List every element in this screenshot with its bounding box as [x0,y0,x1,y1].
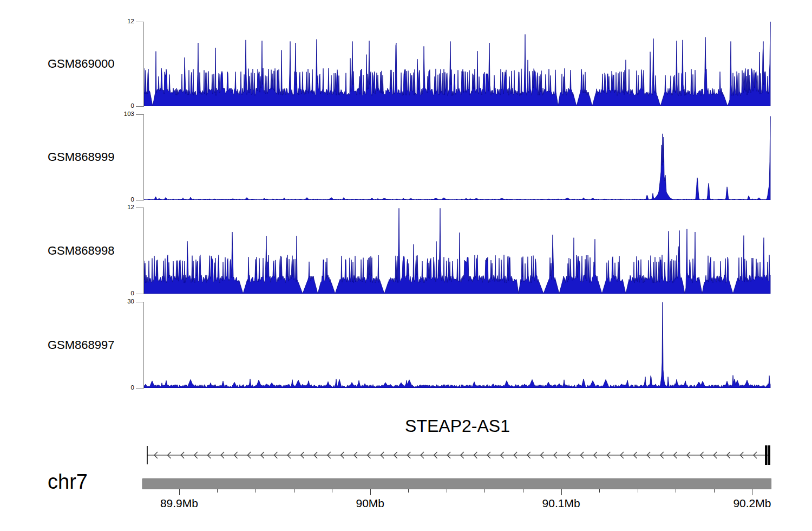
gene-model-track [144,437,771,474]
axis-tick-label: 89.9Mb [141,496,217,510]
axis-tick-label: 90.2Mb [714,496,790,510]
gene-name-label: STEAP2-AS1 [144,417,771,435]
coverage-area [144,22,770,106]
axis-tick-label: 90Mb [332,496,408,510]
coverage-signal [144,22,771,106]
y-axis-bottom-tick [136,106,144,107]
y-axis-zero-label: 0 [86,385,134,391]
chromosome-label: chr7 [48,471,88,492]
gene-exon [765,445,768,465]
track-name-label: GSM868999 [48,151,115,163]
coverage-area [144,302,770,388]
y-axis-bottom-tick [136,388,144,388]
track-name-label: GSM868998 [48,245,115,257]
y-axis-max-label: 12 [86,18,134,25]
y-axis-top-tick [136,114,144,115]
gene-start-boundary [147,446,148,464]
y-axis-top-tick [136,302,144,302]
data-track-row-GSM869000: GSM869000 12 0 [0,22,812,106]
y-axis-top-tick [136,22,144,22]
y-axis-zero-label: 0 [86,290,134,297]
y-axis-bottom-tick [136,200,144,200]
chromosome-ideogram-bar [142,478,771,489]
y-axis-top-tick [136,208,144,208]
track-name-label: GSM868997 [48,339,115,351]
genome-axis-ticks [144,489,771,498]
gene-exon [768,445,770,465]
y-axis-max-label: 30 [86,299,134,305]
data-track-row-GSM868998: GSM868998 12 0 [0,208,812,294]
y-axis-max-label: 103 [86,111,134,118]
data-track-row-GSM868999: GSM868999 103 0 [0,114,812,200]
coverage-area [144,208,770,294]
coverage-signal [144,114,771,200]
coverage-area [144,116,770,200]
y-axis-bottom-tick [136,294,144,294]
y-axis-max-label: 12 [86,204,134,211]
data-track-row-GSM868997: GSM868997 30 0 [0,302,812,388]
y-axis-zero-label: 0 [86,197,134,203]
genome-browser-figure: GSM869000 12 0 GSM868999 103 0 GSM868998… [0,0,812,531]
coverage-signal [144,208,771,294]
track-name-label: GSM869000 [48,58,115,70]
axis-tick-label: 90.1Mb [523,496,599,510]
coverage-signal [144,302,771,388]
y-axis-zero-label: 0 [86,103,134,109]
